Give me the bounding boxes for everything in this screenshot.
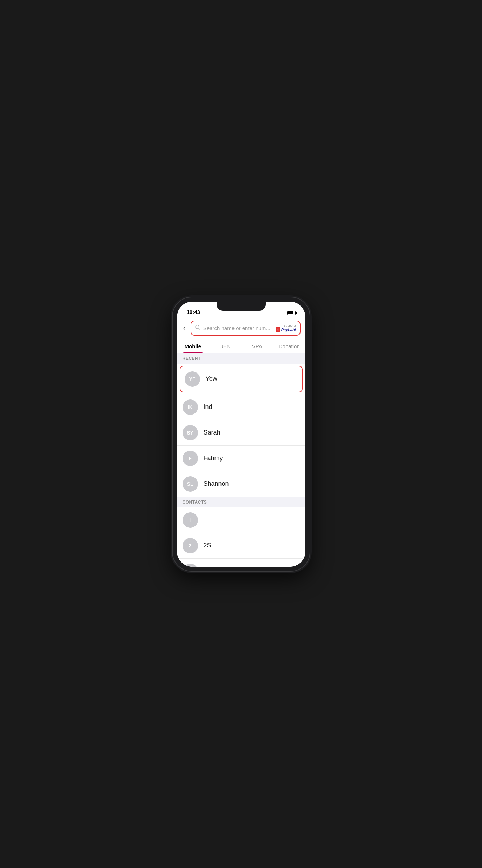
- contact-name-yew: Yew: [206, 375, 217, 383]
- avatar-sl: SL: [183, 476, 198, 492]
- list-item-a[interactable]: A A: [177, 559, 305, 567]
- contact-name-shannon: Shannon: [204, 480, 229, 487]
- paylah-badge: supports ✕ PayLah!: [276, 324, 296, 332]
- contact-name-ind: Ind: [204, 403, 212, 411]
- notch: [217, 302, 266, 311]
- tab-vpa[interactable]: VPA: [241, 339, 273, 353]
- search-box[interactable]: Search name or enter num... supports ✕ P…: [191, 321, 301, 336]
- avatar-f: F: [183, 451, 198, 466]
- list-item-2s[interactable]: 2 2S: [177, 533, 305, 559]
- tab-uen[interactable]: UEN: [209, 339, 241, 353]
- list-item-yew[interactable]: YF Yew: [180, 366, 303, 392]
- paylah-logo: ✕ PayLah!: [276, 327, 296, 332]
- contact-name-2s: 2S: [204, 542, 211, 549]
- avatar-yf: YF: [185, 371, 200, 387]
- svg-line-1: [199, 328, 200, 330]
- section-header-recent: RECENT: [177, 353, 305, 364]
- tabs-bar: Mobile UEN VPA Donation: [177, 339, 305, 353]
- phone-frame: 10:43 ‹ Search name: [173, 297, 310, 571]
- section-header-contacts: CONTACTS: [177, 497, 305, 507]
- content-area: ‹ Search name or enter num... supports ✕: [177, 317, 305, 567]
- contact-name-fahmy: Fahmy: [204, 455, 223, 462]
- status-time: 10:43: [187, 309, 200, 315]
- status-icons: [287, 311, 296, 315]
- battery-icon: [287, 311, 296, 315]
- list-item-shannon[interactable]: SL Shannon: [177, 471, 305, 497]
- list-item-add-contact[interactable]: +: [177, 507, 305, 533]
- supports-text: supports: [284, 324, 296, 327]
- avatar-plus: +: [183, 512, 198, 528]
- paylah-x-icon: ✕: [276, 327, 280, 332]
- list-item-fahmy[interactable]: F Fahmy: [177, 446, 305, 471]
- tab-donation[interactable]: Donation: [273, 339, 305, 353]
- avatar-a: A: [183, 564, 198, 567]
- contact-name-sarah: Sarah: [204, 429, 220, 436]
- list-item-sarah[interactable]: SY Sarah: [177, 420, 305, 446]
- paylah-text: PayLah!: [281, 328, 296, 332]
- avatar-sy: SY: [183, 425, 198, 440]
- search-input[interactable]: Search name or enter num...: [203, 325, 273, 331]
- list-area: RECENT YF Yew IK Ind: [177, 353, 305, 567]
- search-row: ‹ Search name or enter num... supports ✕: [177, 317, 305, 339]
- list-item-ind[interactable]: IK Ind: [177, 395, 305, 420]
- avatar-ik: IK: [183, 399, 198, 415]
- search-icon: [195, 324, 200, 331]
- tab-mobile[interactable]: Mobile: [177, 339, 209, 353]
- phone-screen: 10:43 ‹ Search name: [177, 302, 305, 567]
- avatar-2: 2: [183, 538, 198, 553]
- back-button[interactable]: ‹: [182, 322, 187, 334]
